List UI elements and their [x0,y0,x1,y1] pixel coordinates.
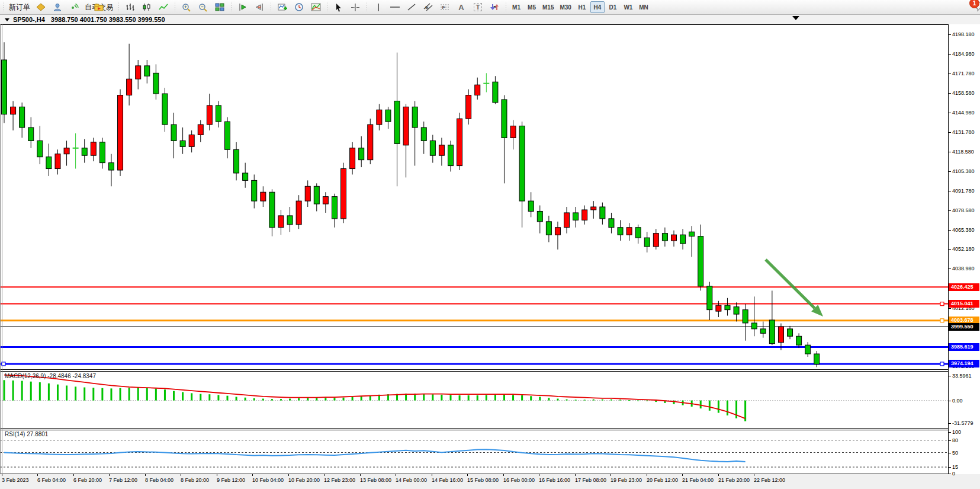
date-label: 21 Feb 20:00 [718,477,750,483]
toolbar-separator [230,2,233,12]
macd-tick-mark [949,423,951,424]
candlestick-icon [142,3,152,11]
price-tick-mark [949,73,951,74]
macd-label: MACD(12,26,9) -28.4846 -24.8347 [5,373,96,379]
date-label: 14 Feb 16:00 [432,477,463,483]
timeframe-M1[interactable]: M1 [509,1,523,13]
new-order-button[interactable]: 新订单 [7,1,33,13]
bar-chart-mode-button[interactable] [122,1,139,14]
tile-windows-icon [215,3,224,11]
rsi-chart[interactable] [0,430,948,474]
date-tick-mark [109,474,110,476]
metaquotes-gold-icon[interactable] [33,1,49,14]
community-button[interactable] [49,1,66,14]
zoom-in-button[interactable] [178,1,195,14]
text-label-tool[interactable]: T [470,1,486,14]
price-tick-mark [949,249,951,250]
crosshair-tool-button[interactable] [347,1,364,14]
chart-shift-button[interactable] [251,1,268,14]
crosshair-icon [351,3,360,12]
date-label: 10 Feb 04:00 [252,477,284,483]
rsi-axis-tick: 100 [952,429,961,435]
date-label: 12 Feb 23:00 [324,477,355,483]
price-tick-mark [949,132,951,133]
rsi-tick-mark [949,474,951,474]
date-label: 14 Feb 00:00 [396,477,427,483]
gold-diamond-icon [36,3,46,11]
line-chart-icon [159,3,168,11]
autotrading-button[interactable]: 自动交易 [82,1,115,13]
periods-button[interactable] [291,1,307,14]
macd-chart[interactable] [0,372,948,428]
line-chart-mode-button[interactable] [155,1,172,14]
date-tick-mark [467,474,468,476]
candlestick-chart[interactable] [0,25,948,369]
price-tag-4026.425[interactable]: 4026.425 [949,283,979,291]
date-label: 13 Feb 08:00 [360,477,391,483]
main-toolbar: 新订单 自动交易 [0,0,980,15]
equidistant-channel-tool[interactable]: E [420,1,436,14]
arrows-tool[interactable] [486,1,503,14]
macd-axis-tick: 0.00 [952,398,963,404]
timeframe-M15[interactable]: M15 [540,1,556,13]
timeframe-M5[interactable]: M5 [525,1,539,13]
date-tick-mark [145,474,146,476]
date-label: 6 Feb 20:00 [73,477,102,483]
date-label: 20 Feb 12:00 [647,477,678,483]
vertical-line-icon [375,3,381,12]
timeframe-M30[interactable]: M30 [557,1,573,13]
signals-button[interactable] [66,1,82,14]
zoom-out-button[interactable] [195,1,211,14]
timeframe-group: M1M5M15M30H1H4D1W1MN [509,1,651,13]
chart-ohlc-values: 3988.750 4001.750 3983.550 3999.550 [51,16,165,23]
date-label: 22 Feb 12:00 [754,477,785,483]
line-handle [940,319,944,322]
trendline-tool[interactable] [403,1,420,14]
price-tag-3974.194[interactable]: 3974.194 [949,360,979,367]
date-label: 16 Feb 16:00 [539,477,570,483]
timeframe-H1[interactable]: H1 [575,1,589,13]
price-tag-3999.550[interactable]: 3999.550 [949,323,979,331]
trendline-icon [407,3,416,11]
timeframe-D1[interactable]: D1 [606,1,620,13]
date-label: 10 Feb 20:00 [288,477,320,483]
toolbar-grip [2,2,5,12]
price-tick: 4118.580 [952,149,974,155]
fibonacci-tool[interactable]: F [436,1,453,14]
cursor-tool-button[interactable] [330,1,347,14]
toolbar-separator [117,2,120,12]
indicators-button[interactable] [274,1,291,14]
chart-menu-caret-icon[interactable] [5,18,9,21]
macd-axis-tick: 33.5961 [952,373,972,379]
rsi-label: RSI(14) 27.8801 [5,431,48,437]
date-label: 21 Feb 04:00 [682,477,714,483]
timeframe-H4[interactable]: H4 [590,1,605,13]
price-axis[interactable]: 4198.1804184.9804171.7804158.5804144.980… [949,24,980,474]
price-tick-mark [949,210,951,211]
date-label: 16 Feb 00:00 [503,477,535,483]
chart-symbol-period: SP500-,H4 [13,16,45,23]
date-tick-mark [360,474,361,476]
vertical-line-tool[interactable] [370,1,387,14]
date-tick-mark [432,474,432,476]
candlestick-mode-button[interactable] [139,1,155,14]
price-tag-4015.041[interactable]: 4015.041 [949,300,979,308]
price-tick: 4158.580 [952,90,975,96]
autotrading-folder-icon [94,4,104,11]
text-tool[interactable]: A [453,1,470,14]
date-tick-mark [647,474,647,476]
timeframe-MN[interactable]: MN [637,1,651,13]
price-tag-3985.619[interactable]: 3985.619 [949,343,979,351]
horizontal-line-tool[interactable] [387,1,403,14]
rsi-line [4,449,746,462]
rsi-tick-mark [949,453,951,453]
price-tick: 4091.780 [952,188,975,194]
date-axis[interactable]: 3 Feb 20236 Feb 04:006 Feb 20:007 Feb 12… [0,474,980,489]
auto-scroll-button[interactable] [234,1,251,14]
templates-button[interactable] [307,1,324,14]
tile-windows-button[interactable] [211,1,228,14]
ohlc-bars-icon [126,3,135,11]
chart-shift-marker-icon[interactable] [792,16,799,20]
date-label: 3 Feb 2023 [2,477,29,483]
timeframe-W1[interactable]: W1 [621,1,635,13]
